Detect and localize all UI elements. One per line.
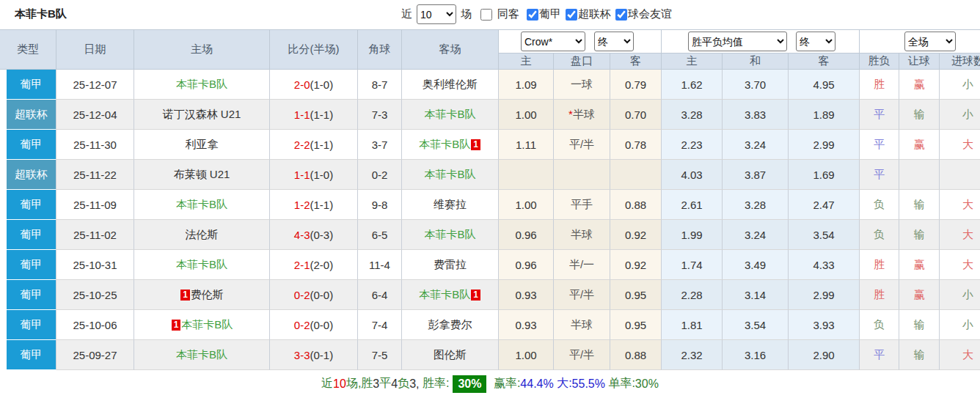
result-wdl-cell: 平 bbox=[860, 340, 899, 370]
ah-home-odds-cell: 1.00 bbox=[499, 340, 554, 370]
filter-checkbox-league-1[interactable] bbox=[527, 9, 538, 21]
result-goals-cell: 小 bbox=[940, 280, 980, 310]
match-row: 葡甲 25-10-25 1费伦斯 0-2(0-0) 6-4 本菲卡B队1 0.9… bbox=[0, 280, 980, 310]
fulltime-score: 4-3 bbox=[294, 229, 310, 241]
ah-away-odds-cell: 0.95 bbox=[610, 280, 662, 310]
ah-home-odds-cell: 0.93 bbox=[499, 280, 554, 310]
score-cell: 0-2(0-0) bbox=[270, 310, 358, 340]
away-team-cell: 本菲卡B队1 bbox=[402, 130, 499, 160]
filter-checkbox-league-3[interactable] bbox=[615, 9, 627, 21]
result-handicap-cell: 赢 bbox=[899, 280, 940, 310]
home-team-name: 诺丁汉森林 U21 bbox=[163, 108, 241, 120]
match-row: 葡甲 25-12-07 本菲卡B队 2-0(1-0) 8-7 奥利维伦斯 1.0… bbox=[0, 70, 980, 100]
top-bar: 本菲卡B队 近 10 场 同客 葡甲超联杯球会友谊 bbox=[0, 0, 980, 29]
fulltime-score: 3-3 bbox=[294, 349, 310, 361]
page-title: 本菲卡B队 bbox=[15, 7, 67, 21]
halftime-score: (2-0) bbox=[310, 259, 334, 271]
league-cell: 葡甲 bbox=[0, 310, 56, 340]
summary-segment: 场,胜 bbox=[346, 376, 373, 391]
ah-home-odds-cell: 1.00 bbox=[499, 100, 554, 130]
date-cell: 25-09-27 bbox=[56, 340, 134, 370]
result-goals-cell bbox=[940, 160, 980, 190]
euro-draw-odds-cell: 3.49 bbox=[723, 250, 789, 280]
away-team-cell: 图伦斯 bbox=[402, 340, 499, 370]
euro-draw-odds-cell: 3.14 bbox=[723, 280, 789, 310]
home-team-name: 本菲卡B队 bbox=[176, 78, 227, 90]
odds-company-select[interactable]: Crow* bbox=[521, 32, 585, 51]
header-row-selects: 类型 日期 主场 比分(半场) 角球 客场 Crow*终 胜平负均值终 全场 bbox=[0, 29, 980, 53]
euro-home-odds-cell: 1.74 bbox=[662, 250, 723, 280]
ah-home-odds-cell: 0.96 bbox=[499, 220, 554, 250]
home-red-card-badge: 1 bbox=[180, 290, 190, 301]
euro-draw-odds-cell: 3.28 bbox=[723, 190, 789, 220]
summary-segment: 30% bbox=[635, 377, 659, 391]
match-row: 葡甲 25-11-09 本菲卡B队 1-2(1-1) 9-8 维赛拉 1.00 … bbox=[0, 190, 980, 220]
filter-label-league-3: 球会友谊 bbox=[628, 7, 672, 20]
euro-home-odds-cell: 2.23 bbox=[662, 130, 723, 160]
match-row: 葡甲 25-10-06 1本菲卡B队 0-2(0-0) 7-4 彭拿费尔 0.9… bbox=[0, 310, 980, 340]
ah-home-odds-cell: 1.11 bbox=[499, 130, 554, 160]
scope-group-header: 全场 bbox=[860, 29, 980, 53]
league-cell: 超联杯 bbox=[0, 100, 56, 130]
result-wdl-cell: 负 bbox=[860, 310, 899, 340]
away-team-cell: 本菲卡B队 bbox=[402, 220, 499, 250]
score-cell: 1-1(1-0) bbox=[270, 160, 358, 190]
avg-odds-select[interactable]: 胜平负均值 bbox=[688, 32, 787, 51]
home-team-cell: 诺丁汉森林 U21 bbox=[134, 100, 270, 130]
ah-away-odds-cell: 0.92 bbox=[610, 250, 662, 280]
result-wdl-cell: 负 bbox=[860, 190, 899, 220]
corners-cell: 7-5 bbox=[358, 340, 402, 370]
corners-cell: 7-4 bbox=[358, 310, 402, 340]
euro-home-odds-cell: 3.28 bbox=[662, 100, 723, 130]
col-header-date: 日期 bbox=[56, 29, 134, 70]
col-header-home: 主场 bbox=[134, 29, 270, 70]
euro-home-odds-cell: 2.61 bbox=[662, 190, 723, 220]
halftime-score: (1-1) bbox=[310, 139, 334, 151]
result-handicap-cell: 输 bbox=[899, 340, 940, 370]
date-cell: 25-11-22 bbox=[56, 160, 134, 190]
summary-segment: 平 bbox=[379, 376, 391, 391]
subcol-result-goal: 进球数 bbox=[940, 53, 980, 70]
ah-away-odds-cell: 0.92 bbox=[610, 220, 662, 250]
result-goals-cell: 小 bbox=[940, 100, 980, 130]
score-cell: 2-1(2-0) bbox=[270, 250, 358, 280]
avg-state-select[interactable]: 终 bbox=[796, 32, 835, 51]
date-cell: 25-11-09 bbox=[56, 190, 134, 220]
scope-select[interactable]: 全场 bbox=[904, 32, 956, 51]
subcol-eu-home: 主 bbox=[662, 53, 723, 70]
result-handicap-cell: 赢 bbox=[899, 130, 940, 160]
odds-state-select[interactable]: 终 bbox=[594, 32, 634, 51]
league-cell: 葡甲 bbox=[0, 250, 56, 280]
summary-segment: 近 bbox=[321, 376, 333, 391]
away-team-cell: 费雷拉 bbox=[402, 250, 499, 280]
same-away-checkbox[interactable] bbox=[480, 9, 492, 21]
result-handicap-cell: 输 bbox=[899, 310, 940, 340]
away-team-name: 维赛拉 bbox=[434, 198, 467, 210]
filter-checkbox-league-2[interactable] bbox=[566, 9, 577, 21]
summary-segment: 10 bbox=[333, 377, 346, 391]
result-goals-cell: 大 bbox=[940, 130, 980, 160]
away-team-cell: 本菲卡B队1 bbox=[402, 280, 499, 310]
euro-draw-odds-cell: 3.83 bbox=[723, 100, 789, 130]
halftime-score: (0-0) bbox=[310, 289, 334, 301]
ah-home-odds-cell: 1.00 bbox=[499, 190, 554, 220]
summary-segment: 单率: bbox=[605, 376, 635, 391]
score-cell: 2-2(1-1) bbox=[270, 130, 358, 160]
away-team-cell: 奥利维伦斯 bbox=[402, 70, 499, 100]
ah-line-cell: 平/半 bbox=[554, 340, 610, 370]
euro-home-odds-cell: 1.99 bbox=[662, 220, 723, 250]
summary-segment: 30% bbox=[453, 375, 486, 393]
euro-draw-odds-cell: 3.54 bbox=[723, 310, 789, 340]
home-team-name: 法伦斯 bbox=[186, 228, 219, 240]
subcol-ah-line: 盘口 bbox=[554, 53, 610, 70]
result-goals-cell: 大 bbox=[940, 250, 980, 280]
euro-home-odds-cell: 2.28 bbox=[662, 280, 723, 310]
date-cell: 25-10-25 bbox=[56, 280, 134, 310]
recent-count-select[interactable]: 10 bbox=[417, 4, 456, 24]
ah-away-odds-cell: 0.88 bbox=[610, 340, 662, 370]
result-handicap-cell bbox=[899, 160, 940, 190]
result-wdl-cell: 胜 bbox=[860, 70, 899, 100]
ah-home-odds-cell: 0.96 bbox=[499, 250, 554, 280]
corners-cell: 11-4 bbox=[358, 250, 402, 280]
filter-label-league-2: 超联杯 bbox=[578, 7, 611, 20]
